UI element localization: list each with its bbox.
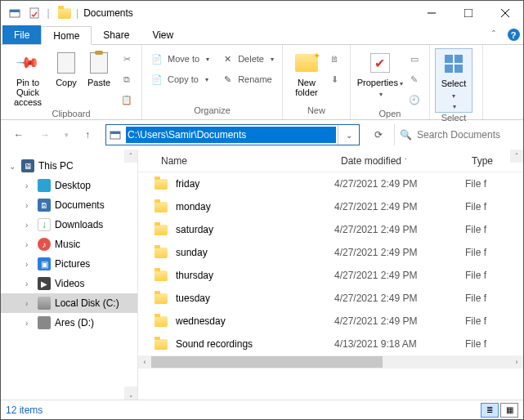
- tab-file[interactable]: File: [2, 25, 41, 44]
- paste-shortcut-button[interactable]: 📋: [117, 91, 137, 109]
- horizontal-scrollbar[interactable]: ‹ ›: [138, 355, 523, 369]
- copy-path-button[interactable]: ⧉: [117, 70, 137, 88]
- search-input[interactable]: [417, 129, 512, 141]
- file-row[interactable]: friday4/27/2021 2:49 PMFile f: [138, 172, 523, 195]
- tree-this-pc[interactable]: ⌄🖥This PC: [1, 156, 137, 176]
- copy-button[interactable]: Copy: [50, 48, 83, 87]
- svg-rect-4: [464, 9, 472, 17]
- properties-button[interactable]: ✔ Properties: [356, 48, 405, 98]
- file-row[interactable]: thursday4/27/2021 2:49 PMFile f: [138, 264, 523, 287]
- file-name: wednesday: [176, 315, 226, 327]
- tree-scroll-up[interactable]: ˆ: [124, 150, 137, 163]
- search-box[interactable]: 🔍: [394, 124, 517, 145]
- new-item-button[interactable]: 🗎: [325, 50, 345, 68]
- tab-share[interactable]: Share: [92, 25, 141, 44]
- tree-videos[interactable]: ›▶Videos: [1, 274, 137, 293]
- col-name[interactable]: Name: [138, 155, 334, 167]
- folder-icon: [58, 8, 71, 19]
- file-type: File f: [465, 224, 523, 235]
- paste-button[interactable]: Paste: [83, 48, 115, 87]
- file-type: File f: [465, 247, 523, 258]
- refresh-button[interactable]: ⟳: [366, 124, 391, 145]
- close-button[interactable]: [486, 2, 523, 25]
- file-row[interactable]: wednesday4/27/2021 2:49 PMFile f: [138, 310, 523, 333]
- open-icon: ▭: [408, 54, 421, 65]
- tab-view[interactable]: View: [141, 25, 185, 44]
- column-headers[interactable]: Name Date modifiedˆ Type: [138, 150, 523, 172]
- copy-to-button[interactable]: 📄Copy to: [147, 70, 213, 88]
- file-date: 4/27/2021 2:49 PM: [334, 201, 465, 212]
- minimize-button[interactable]: [413, 2, 450, 25]
- file-row[interactable]: saturday4/27/2021 2:49 PMFile f: [138, 218, 523, 241]
- new-item-icon: 🗎: [329, 54, 342, 64]
- tree-downloads[interactable]: ›↓Downloads: [1, 215, 137, 235]
- file-date: 4/27/2021 2:49 PM: [334, 293, 465, 304]
- file-date: 4/27/2021 2:49 PM: [334, 315, 465, 327]
- file-row[interactable]: Sound recordings4/13/2021 9:18 AMFile f: [138, 333, 523, 355]
- videos-icon: ▶: [38, 277, 51, 290]
- cut-button[interactable]: ✂: [117, 50, 137, 68]
- qat-properties-icon[interactable]: [25, 4, 43, 22]
- tree-local-disk[interactable]: ›Local Disk (C:): [1, 293, 137, 313]
- properties-icon: ✔: [370, 53, 390, 73]
- address-bar[interactable]: ⌄: [105, 124, 360, 145]
- folder-icon: [155, 339, 168, 350]
- tree-pictures[interactable]: ›▣Pictures: [1, 254, 137, 274]
- new-folder-button[interactable]: New folder: [288, 48, 325, 97]
- qat-app-icon[interactable]: [6, 4, 24, 22]
- file-scroll-up[interactable]: ˆ: [510, 150, 523, 163]
- folder-icon: [155, 270, 168, 281]
- delete-icon: ✕: [221, 54, 234, 65]
- edit-button[interactable]: ✎: [405, 70, 424, 88]
- file-row[interactable]: tuesday4/27/2021 2:49 PMFile f: [138, 287, 523, 310]
- edit-icon: ✎: [408, 74, 421, 85]
- tab-home[interactable]: Home: [41, 26, 92, 45]
- forward-button[interactable]: →: [34, 123, 56, 146]
- file-date: 4/27/2021 2:49 PM: [334, 224, 465, 235]
- file-row[interactable]: sunday4/27/2021 2:49 PMFile f: [138, 241, 523, 264]
- documents-icon: 🗎: [38, 199, 51, 212]
- open-button[interactable]: ▭: [405, 50, 424, 68]
- svg-rect-2: [30, 8, 38, 18]
- hscroll-left[interactable]: ‹: [138, 358, 151, 366]
- tree-desktop[interactable]: ›Desktop: [1, 176, 137, 195]
- tree-music[interactable]: ›♪Music: [1, 235, 137, 254]
- view-large-icons-button[interactable]: ▦: [500, 403, 518, 418]
- easy-access-icon: ⬇: [329, 74, 342, 85]
- file-type: File f: [465, 270, 523, 281]
- tree-documents[interactable]: ›🗎Documents: [1, 195, 137, 215]
- file-list-area: ˆ Name Date modifiedˆ Type friday4/27/20…: [138, 150, 523, 400]
- maximize-button[interactable]: [450, 2, 486, 25]
- pin-to-quick-access-button[interactable]: 📌 Pin to Quick access: [6, 48, 50, 107]
- navigation-tree[interactable]: ˆ ⌄🖥This PC ›Desktop ›🗎Documents ›↓Downl…: [1, 150, 138, 400]
- file-row[interactable]: monday4/27/2021 2:49 PMFile f: [138, 195, 523, 218]
- hscroll-thumb[interactable]: [151, 356, 383, 368]
- move-to-button[interactable]: 📄Move to: [147, 50, 213, 68]
- address-dropdown[interactable]: ⌄: [338, 125, 359, 145]
- collapse-ribbon-icon[interactable]: ˆ: [484, 25, 504, 44]
- history-button[interactable]: 🕘: [405, 91, 424, 109]
- back-button[interactable]: ←: [7, 123, 30, 146]
- up-button[interactable]: ↑: [76, 123, 99, 146]
- tree-ares[interactable]: ›Ares (D:): [1, 313, 137, 333]
- delete-button[interactable]: ✕Delete: [217, 50, 277, 68]
- rename-button[interactable]: ✎Rename: [217, 70, 277, 88]
- select-icon: [445, 55, 463, 73]
- folder-icon: [155, 202, 168, 212]
- address-icon: [106, 129, 124, 141]
- help-button[interactable]: ?: [504, 25, 523, 44]
- recent-locations-button[interactable]: ▾: [60, 123, 73, 146]
- tree-scroll-down[interactable]: ˬ: [124, 386, 137, 400]
- rename-icon: ✎: [221, 74, 234, 85]
- folder-icon: [155, 293, 168, 304]
- col-date[interactable]: Date modifiedˆ: [334, 155, 465, 167]
- file-date: 4/27/2021 2:49 PM: [334, 178, 465, 190]
- view-details-button[interactable]: ≣: [481, 403, 499, 418]
- search-icon: 🔍: [400, 129, 412, 141]
- easy-access-button[interactable]: ⬇: [325, 70, 345, 88]
- select-button[interactable]: Select: [435, 48, 472, 113]
- address-input[interactable]: [126, 127, 336, 143]
- navbar: ← → ▾ ↑ ⌄ ⟳ 🔍: [1, 120, 523, 150]
- hscroll-right[interactable]: ›: [510, 358, 523, 366]
- copy-to-icon: 📄: [150, 74, 163, 85]
